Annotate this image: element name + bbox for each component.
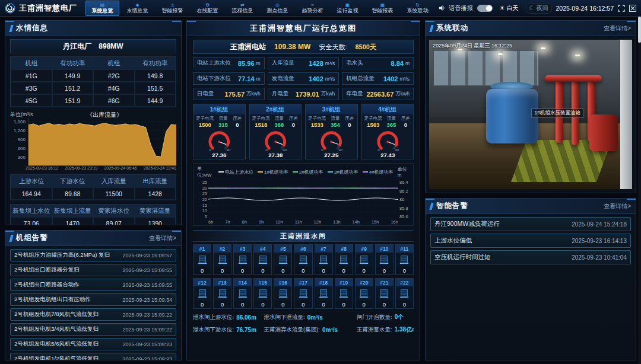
gate-box-9[interactable]: #90 [355,244,373,275]
alarm-text: 2号机组出口断路器分复归 [14,266,80,274]
gate-box-5[interactable]: #50 [274,244,292,275]
alarm-row[interactable]: 空压机运行时间过短2025-09-23 10:41:04 [430,250,631,264]
nav-item-2[interactable]: ◈水情总览 [120,1,154,16]
nav-item-label: 智能报警 [162,8,183,14]
alarm-row[interactable]: 2号机组出口断路器分复归2025-09-23 15:09:55 [10,264,176,276]
alarm-row[interactable]: 2号机组发电机5/6风机气流低复归2025-09-23 15:09:23 [10,338,176,350]
unit-card-4: 4#机组定子电流流量压差1563365003027.43 [361,104,414,159]
system-linkage-more-link[interactable]: 查看详情> [604,24,631,33]
stat-value: 1739.01 [296,91,319,98]
scrollbar-thumb[interactable] [638,17,641,43]
stat-unit: m³/s [325,60,335,66]
stat-box: 毛水头8.84m [342,57,414,69]
gate-box-1[interactable]: #10 [193,244,211,275]
unit-col-value: 354 [328,122,344,128]
unit-col-value: 365 [383,122,399,128]
stat-label: 毛水头 [346,59,391,67]
sluice-gate-icon [278,254,288,266]
stat-label: 机组总流量 [346,75,383,82]
water-info-header: 水情信息 [5,21,181,36]
alarm-row[interactable]: 2号机组压力油罐压力高(6.2MPa) 复归2025-09-23 15:09:5… [10,249,176,261]
alarm-row[interactable]: 2号机组发电机7/8风机气流低复归2025-09-23 15:09:22 [10,308,176,321]
gate-box-22[interactable]: #220 [395,278,414,309]
power-y-tick-left: 20 [202,197,207,202]
gate-box-19[interactable]: #190 [335,278,353,309]
gate-box-6[interactable]: #60 [294,244,312,275]
nav-item-10[interactable]: ↻系统联动 [401,1,434,16]
power-chart-ylabels-right: 86.486.28685.885.6 [398,180,411,219]
unit-col-value: 1500 [195,122,215,128]
page-scrollbar[interactable] [638,17,641,364]
alarm-time: 2025-09-24 15:24:18 [572,221,627,228]
unit-gauge: 03027.43 [362,128,414,159]
alarm-row[interactable]: 2号机组发电机组出口有压动作2025-09-23 15:09:34 [10,293,176,306]
nav-item-1[interactable]: ▤系统总览 [85,1,119,16]
gate-box-3[interactable]: #30 [233,244,252,275]
table-cell: #4G [93,82,135,94]
nav-item-4[interactable]: ⚙在线配置 [191,1,224,16]
alarm-row[interactable]: 2号机组出口断路器合动作2025-09-23 15:09:55 [10,279,176,291]
gate-box-10[interactable]: #100 [375,244,394,275]
nav-item-7[interactable]: ≈趋势分析 [296,1,329,16]
gate-box-7[interactable]: #70 [315,244,333,275]
gate-box-14[interactable]: #140 [233,278,252,309]
sluice-gate-icon [298,288,309,299]
nav-item-5[interactable]: ⇄流程信息 [226,1,259,16]
stat-label: 月电量 [272,90,296,98]
gate-box-13[interactable]: #130 [213,278,231,309]
table-header-cell: 新集坝上水位 [11,205,52,217]
stat-label: 发电流量 [272,75,309,82]
center-column: 王甫洲智慧电厂运行总览图 王甫洲电站 109.38 MW 安全天数: 8500天… [186,20,420,360]
table-cell: 144.9 [135,94,176,107]
spillway-stat: 泄水闸下游水位:76.75m [193,325,262,334]
table-header-cell: 有功功率 [135,57,176,69]
gate-box-8[interactable]: #80 [335,244,353,275]
gate-box-15[interactable]: #150 [253,278,272,309]
nav-item-icon: ⚙ [205,2,210,8]
gate-box-12[interactable]: #120 [193,278,211,309]
gate-box-21[interactable]: #210 [375,278,394,309]
camera-feed[interactable]: 2025年09月24日 星期三 16:12:25 1#机组水压装置油箱 [429,40,632,189]
fullscreen-icon[interactable] [618,5,625,12]
gate-box-4[interactable]: #40 [253,244,272,275]
nav-item-icon: ◈ [135,2,139,8]
flow-chart-svg [28,119,176,165]
voice-toggle[interactable] [477,5,493,12]
unit-alarm-more-link[interactable]: 查看详情> [149,234,176,242]
alarm-row[interactable]: 上游水位偏低2025-09-23 16:14:13 [430,234,631,248]
stat-value: 85.96 [238,60,255,67]
gauge-value: 27.38 [268,152,283,158]
gate-box-17[interactable]: #170 [294,278,312,309]
gate-id: #2 [214,245,231,253]
table-cell: #1G [11,69,52,82]
gate-value: 0 [254,301,271,308]
nav-item-8[interactable]: ▣运行监视 [331,1,364,16]
gate-box-18[interactable]: #180 [315,278,333,309]
gauge-min-label: 0 [209,148,211,152]
close-icon[interactable] [629,5,636,12]
alarm-row[interactable]: 2号机组发电机3/4风机气流低复归2025-09-23 15:09:22 [10,323,176,336]
flow-y-tick: 300 [18,155,26,160]
gate-box-11[interactable]: #110 [395,244,414,275]
night-mode-button[interactable]: ☾夜间 [526,3,552,14]
nav-item-3[interactable]: ⚠智能报警 [156,1,189,16]
sluice-gate-icon [237,254,248,266]
gate-id: #16 [274,279,291,286]
table-cell: #6G [93,94,135,107]
alarm-row[interactable]: 丹江900MW减负荷运行2025-09-24 15:24:18 [430,217,631,231]
gate-box-16[interactable]: #160 [274,278,292,309]
nav-item-9[interactable]: ▦智能报表 [366,1,399,16]
gate-box-20[interactable]: #200 [355,278,373,309]
unit-col-value: 0 [343,122,356,128]
smart-alarm-more-link[interactable]: 查看详情> [604,202,631,210]
water-table-1: 上游水位下游水位入库流量出库流量164.9489.68115001428 [10,174,176,200]
nav-item-label: 智能报表 [372,8,394,14]
day-mode-button[interactable]: ☀白天 [497,4,522,13]
flow-chart-ylabels: 1,5001,200900600300 [10,119,27,166]
unit-alarm-panel: 机组告警 查看详情> 2号机组压力油罐压力高(6.2MPa) 复归2025-09… [5,230,182,360]
nav-item-6[interactable]: ◎测点信息 [261,1,294,16]
flow-chart-plot [28,119,176,166]
gate-value: 0 [274,267,291,274]
alarm-row[interactable]: 2号机组发电机1/2风机气流低复归2025-09-23 15:09:23 [10,353,176,360]
gate-box-2[interactable]: #20 [213,244,231,275]
